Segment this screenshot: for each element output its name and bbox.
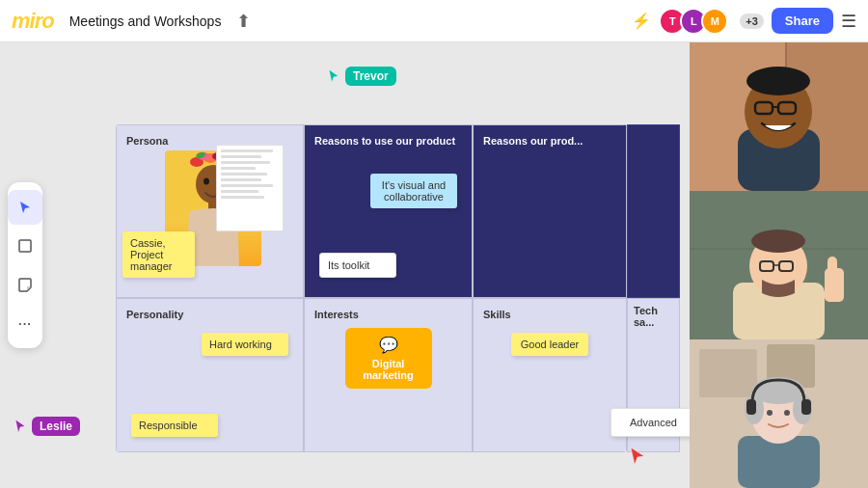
- section-interests: Interests 💬 Digital marketing: [304, 298, 473, 452]
- frames-tool[interactable]: [8, 229, 42, 263]
- svg-rect-35: [738, 436, 820, 488]
- toolkit-sticky: Its toolkit: [319, 253, 396, 278]
- section-personality: Personality Hard working Responsible: [116, 298, 304, 452]
- section-skills: Skills Good leader: [473, 298, 627, 452]
- interests-label: Interests: [314, 309, 462, 320]
- section-tech-top: [627, 124, 680, 298]
- header: miro Meetings and Workshops ⬆ ⚡ T L M +3…: [0, 0, 868, 42]
- leslie-label: Leslie: [32, 417, 80, 436]
- miro-logo: miro: [12, 9, 54, 34]
- reasons2-label: Reasons our prod...: [483, 135, 616, 147]
- responsible-sticky: Responsible: [131, 414, 218, 437]
- section-persona: Persona: [116, 124, 304, 298]
- trevor-cursor: Trevor: [328, 67, 396, 86]
- svg-rect-31: [827, 257, 837, 274]
- header-right: ⚡ T L M +3 Share ☰: [632, 8, 856, 35]
- plus-badge: +3: [740, 14, 764, 29]
- menu-icon[interactable]: ☰: [841, 11, 856, 32]
- trevor-label: Trevor: [345, 67, 396, 86]
- svg-point-26: [751, 230, 805, 253]
- upload-icon[interactable]: ⬆: [236, 11, 251, 32]
- more-tool[interactable]: ···: [8, 306, 42, 340]
- leslie-cursor: Leslie: [14, 417, 80, 436]
- video-panel: [690, 42, 868, 488]
- good-leader-sticky: Good leader: [511, 333, 588, 356]
- svg-point-9: [203, 178, 209, 185]
- skills-label: Skills: [483, 309, 616, 320]
- document-sticky: [216, 145, 284, 231]
- svg-rect-41: [801, 399, 811, 415]
- tech-label: Tech sa...: [634, 305, 673, 328]
- digital-marketing-sticky: 💬 Digital marketing: [345, 328, 432, 389]
- red-cursor: [629, 446, 646, 471]
- svg-rect-40: [746, 399, 756, 415]
- visual-sticky: It's visual and collaborative: [370, 174, 457, 208]
- persona-board: Persona: [116, 124, 627, 452]
- share-button[interactable]: Share: [772, 8, 833, 34]
- advanced-sticky: Advanced: [610, 408, 697, 437]
- avatar-3: M: [701, 8, 728, 35]
- filter-icon[interactable]: ⚡: [632, 12, 651, 30]
- video-tile-2: [690, 191, 868, 339]
- avatar-group: T L M: [659, 8, 728, 35]
- svg-point-42: [767, 410, 773, 416]
- video-tile-1: [690, 42, 868, 191]
- board-title: Meetings and Workshops: [69, 14, 222, 29]
- canvas[interactable]: ··· Persona: [0, 42, 868, 488]
- personality-label: Personality: [126, 309, 293, 320]
- select-tool[interactable]: [8, 190, 42, 225]
- section-reasons: Reasons to use our product It's visual a…: [304, 124, 473, 298]
- cassie-sticky: Cassie, Project manager: [122, 231, 195, 278]
- svg-rect-33: [699, 349, 757, 397]
- svg-point-43: [784, 410, 790, 416]
- left-toolbar: ···: [8, 182, 42, 348]
- section-tech: Tech sa... Advanced: [627, 298, 680, 452]
- svg-point-17: [746, 67, 810, 95]
- svg-rect-0: [19, 240, 31, 252]
- hard-working-sticky: Hard working: [202, 333, 288, 356]
- sticky-tool[interactable]: [8, 267, 42, 302]
- reasons-label: Reasons to use our product: [314, 135, 462, 147]
- section-reasons2: Reasons our prod...: [473, 124, 627, 298]
- video-tile-3: [690, 339, 868, 488]
